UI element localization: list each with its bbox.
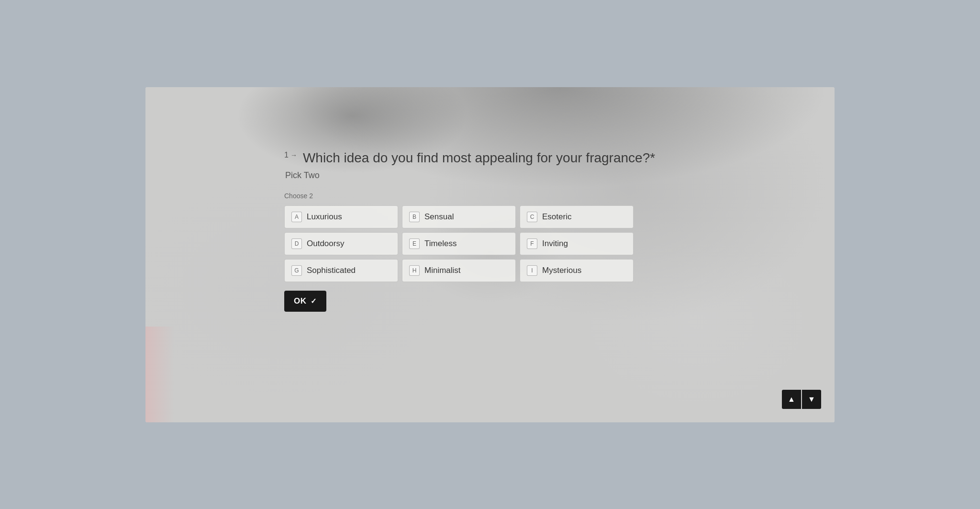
option-btn-c[interactable]: CEsoteric <box>520 205 634 228</box>
option-btn-i[interactable]: IMysterious <box>520 259 634 282</box>
ok-label: OK <box>294 296 307 306</box>
option-btn-a[interactable]: ALuxurious <box>284 205 398 228</box>
nav-arrows: ▲ ▼ <box>782 390 821 409</box>
option-btn-b[interactable]: BSensual <box>402 205 516 228</box>
option-label-c: Esoteric <box>542 212 571 222</box>
option-btn-d[interactable]: DOutdoorsy <box>284 232 398 255</box>
option-label-h: Minimalist <box>424 266 461 275</box>
option-btn-g[interactable]: GSophisticated <box>284 259 398 282</box>
option-key-b: B <box>409 212 420 222</box>
option-key-e: E <box>409 238 420 249</box>
option-key-h: H <box>409 265 420 276</box>
option-label-d: Outdoorsy <box>307 239 344 249</box>
nav-up-button[interactable]: ▲ <box>782 390 801 409</box>
option-label-b: Sensual <box>424 212 454 222</box>
option-key-a: A <box>291 212 302 222</box>
background-pink-left <box>145 327 174 422</box>
question-header: 1 → Which idea do you find most appealin… <box>284 149 835 167</box>
choose-label: Choose 2 <box>284 192 835 200</box>
option-key-i: I <box>527 265 537 276</box>
down-arrow-icon: ▼ <box>808 395 815 404</box>
option-label-a: Luxurious <box>307 212 342 222</box>
option-btn-e[interactable]: ETimeless <box>402 232 516 255</box>
question-content: 1 → Which idea do you find most appealin… <box>145 87 835 312</box>
up-arrow-icon: ▲ <box>788 395 795 404</box>
arrow-icon: → <box>290 151 297 159</box>
survey-frame: 1 → Which idea do you find most appealin… <box>145 87 835 422</box>
option-label-g: Sophisticated <box>307 266 356 275</box>
options-grid: ALuxuriousBSensualCEsotericDOutdoorsyETi… <box>284 205 835 282</box>
ok-button[interactable]: OK ✓ <box>284 291 326 312</box>
question-title: Which idea do you find most appealing fo… <box>303 149 655 167</box>
option-btn-f[interactable]: FInviting <box>520 232 634 255</box>
option-key-c: C <box>527 212 537 222</box>
question-number: 1 → <box>284 149 297 159</box>
option-key-g: G <box>291 265 302 276</box>
option-key-d: D <box>291 238 302 249</box>
option-label-i: Mysterious <box>542 266 581 275</box>
checkmark-icon: ✓ <box>311 297 317 305</box>
number-label: 1 <box>284 151 289 159</box>
option-label-f: Inviting <box>542 239 568 249</box>
option-key-f: F <box>527 238 537 249</box>
option-label-e: Timeless <box>424 239 457 249</box>
nav-down-button[interactable]: ▼ <box>802 390 821 409</box>
option-btn-h[interactable]: HMinimalist <box>402 259 516 282</box>
question-subtitle: Pick Two <box>284 170 835 181</box>
